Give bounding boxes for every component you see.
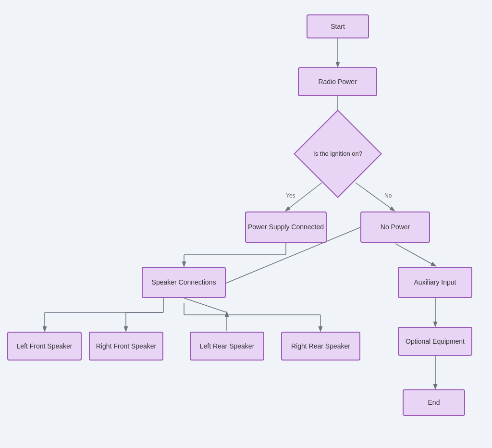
svg-line-7 [395, 244, 435, 266]
auxiliary-input-node: Auxiliary Input [398, 267, 472, 298]
left-rear-speaker-node: Left Rear Speaker [190, 332, 264, 361]
end-node: End [403, 389, 465, 416]
right-rear-speaker-node: Right Rear Speaker [281, 332, 360, 361]
yes-label: Yes [286, 192, 295, 199]
no-label: No [384, 192, 392, 199]
power-supply-node: Power Supply Connected [245, 212, 327, 243]
left-front-speaker-node: Left Front Speaker [7, 332, 82, 361]
radio-power-node: Radio Power [298, 67, 377, 96]
no-power-node: No Power [360, 212, 430, 243]
speaker-connections-node: Speaker Connections [142, 267, 226, 298]
svg-line-14 [184, 298, 227, 312]
right-front-speaker-node: Right Front Speaker [89, 332, 163, 361]
start-node: Start [307, 14, 369, 38]
ignition-diamond: Is the ignition on? [307, 123, 369, 185]
optional-equipment-node: Optional Equipment [398, 327, 472, 356]
flowchart: Start Radio Power Is the ignition on? Ye… [0, 0, 492, 448]
